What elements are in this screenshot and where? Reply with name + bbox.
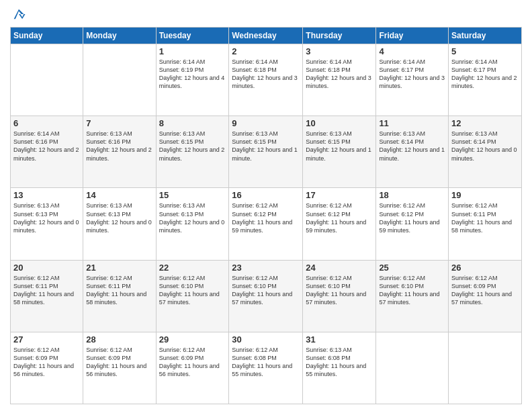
calendar-cell: 22Sunrise: 6:12 AM Sunset: 6:10 PM Dayli… — [156, 260, 229, 332]
calendar-cell: 10Sunrise: 6:13 AM Sunset: 6:15 PM Dayli… — [303, 116, 376, 188]
calendar: SundayMondayTuesdayWednesdayThursdayFrid… — [10, 27, 522, 404]
day-number: 8 — [159, 118, 226, 128]
day-info: Sunrise: 6:13 AM Sunset: 6:13 PM Dayligh… — [13, 201, 80, 234]
day-info: Sunrise: 6:12 AM Sunset: 6:08 PM Dayligh… — [232, 346, 300, 379]
day-number: 31 — [306, 334, 373, 345]
calendar-cell: 5Sunrise: 6:14 AM Sunset: 6:17 PM Daylig… — [449, 44, 522, 116]
day-number: 22 — [159, 263, 226, 273]
calendar-cell: 14Sunrise: 6:13 AM Sunset: 6:13 PM Dayli… — [83, 188, 156, 260]
weekday-header-row: SundayMondayTuesdayWednesdayThursdayFrid… — [11, 28, 522, 44]
day-number: 12 — [451, 118, 519, 128]
calendar-cell: 18Sunrise: 6:12 AM Sunset: 6:12 PM Dayli… — [376, 188, 449, 260]
day-number: 15 — [159, 190, 226, 200]
day-number: 27 — [13, 334, 80, 345]
calendar-cell: 2Sunrise: 6:14 AM Sunset: 6:18 PM Daylig… — [229, 44, 303, 116]
day-info: Sunrise: 6:13 AM Sunset: 6:15 PM Dayligh… — [306, 130, 373, 163]
calendar-cell — [449, 332, 522, 404]
day-number: 30 — [232, 334, 300, 345]
day-info: Sunrise: 6:12 AM Sunset: 6:11 PM Dayligh… — [86, 274, 152, 307]
calendar-cell — [376, 332, 449, 404]
day-number: 18 — [379, 190, 445, 200]
day-info: Sunrise: 6:14 AM Sunset: 6:18 PM Dayligh… — [232, 58, 300, 91]
day-info: Sunrise: 6:12 AM Sunset: 6:10 PM Dayligh… — [379, 274, 445, 307]
calendar-cell: 23Sunrise: 6:12 AM Sunset: 6:10 PM Dayli… — [229, 260, 303, 332]
svg-marker-1 — [19, 14, 26, 19]
calendar-cell: 1Sunrise: 6:14 AM Sunset: 6:19 PM Daylig… — [156, 44, 229, 116]
day-number: 14 — [86, 190, 152, 200]
week-row-1: 1Sunrise: 6:14 AM Sunset: 6:19 PM Daylig… — [11, 44, 522, 116]
calendar-cell: 8Sunrise: 6:13 AM Sunset: 6:15 PM Daylig… — [156, 116, 229, 188]
day-number: 10 — [306, 118, 373, 128]
day-info: Sunrise: 6:12 AM Sunset: 6:09 PM Dayligh… — [86, 346, 152, 379]
day-info: Sunrise: 6:13 AM Sunset: 6:13 PM Dayligh… — [159, 201, 226, 234]
day-number: 13 — [13, 190, 80, 200]
day-info: Sunrise: 6:12 AM Sunset: 6:09 PM Dayligh… — [13, 346, 80, 379]
calendar-cell: 28Sunrise: 6:12 AM Sunset: 6:09 PM Dayli… — [83, 332, 156, 404]
calendar-cell: 7Sunrise: 6:13 AM Sunset: 6:16 PM Daylig… — [83, 116, 156, 188]
calendar-cell: 24Sunrise: 6:12 AM Sunset: 6:10 PM Dayli… — [303, 260, 376, 332]
day-info: Sunrise: 6:12 AM Sunset: 6:11 PM Dayligh… — [451, 201, 519, 234]
day-number: 23 — [232, 263, 300, 273]
calendar-cell: 20Sunrise: 6:12 AM Sunset: 6:11 PM Dayli… — [11, 260, 83, 332]
day-info: Sunrise: 6:13 AM Sunset: 6:16 PM Dayligh… — [86, 130, 152, 163]
calendar-cell: 19Sunrise: 6:12 AM Sunset: 6:11 PM Dayli… — [449, 188, 522, 260]
calendar-cell — [83, 44, 156, 116]
weekday-header-sunday: Sunday — [11, 28, 83, 44]
header — [10, 7, 522, 21]
week-row-5: 27Sunrise: 6:12 AM Sunset: 6:09 PM Dayli… — [11, 332, 522, 404]
day-info: Sunrise: 6:13 AM Sunset: 6:15 PM Dayligh… — [159, 130, 226, 163]
calendar-cell: 3Sunrise: 6:14 AM Sunset: 6:18 PM Daylig… — [303, 44, 376, 116]
day-info: Sunrise: 6:14 AM Sunset: 6:18 PM Dayligh… — [306, 58, 373, 91]
day-info: Sunrise: 6:12 AM Sunset: 6:10 PM Dayligh… — [306, 274, 373, 307]
weekday-header-saturday: Saturday — [449, 28, 522, 44]
weekday-header-thursday: Thursday — [303, 28, 376, 44]
day-info: Sunrise: 6:14 AM Sunset: 6:17 PM Dayligh… — [379, 58, 445, 91]
day-info: Sunrise: 6:12 AM Sunset: 6:10 PM Dayligh… — [159, 274, 226, 307]
day-info: Sunrise: 6:13 AM Sunset: 6:13 PM Dayligh… — [86, 201, 152, 234]
day-info: Sunrise: 6:12 AM Sunset: 6:12 PM Dayligh… — [306, 201, 373, 234]
day-info: Sunrise: 6:12 AM Sunset: 6:11 PM Dayligh… — [13, 274, 80, 307]
weekday-header-tuesday: Tuesday — [156, 28, 229, 44]
calendar-cell: 25Sunrise: 6:12 AM Sunset: 6:10 PM Dayli… — [376, 260, 449, 332]
weekday-header-wednesday: Wednesday — [229, 28, 303, 44]
day-number: 19 — [451, 190, 519, 200]
day-number: 6 — [13, 118, 80, 128]
calendar-cell: 30Sunrise: 6:12 AM Sunset: 6:08 PM Dayli… — [229, 332, 303, 404]
week-row-3: 13Sunrise: 6:13 AM Sunset: 6:13 PM Dayli… — [11, 188, 522, 260]
day-number: 16 — [232, 190, 300, 200]
logo-icon — [11, 7, 26, 21]
calendar-cell: 17Sunrise: 6:12 AM Sunset: 6:12 PM Dayli… — [303, 188, 376, 260]
day-info: Sunrise: 6:12 AM Sunset: 6:12 PM Dayligh… — [379, 201, 445, 234]
calendar-cell: 29Sunrise: 6:12 AM Sunset: 6:09 PM Dayli… — [156, 332, 229, 404]
day-number: 7 — [86, 118, 152, 128]
calendar-cell: 15Sunrise: 6:13 AM Sunset: 6:13 PM Dayli… — [156, 188, 229, 260]
day-number: 25 — [379, 263, 445, 273]
day-number: 1 — [159, 46, 226, 56]
weekday-header-friday: Friday — [376, 28, 449, 44]
day-number: 11 — [379, 118, 445, 128]
calendar-cell: 9Sunrise: 6:13 AM Sunset: 6:15 PM Daylig… — [229, 116, 303, 188]
calendar-cell: 21Sunrise: 6:12 AM Sunset: 6:11 PM Dayli… — [83, 260, 156, 332]
day-number: 3 — [306, 46, 373, 56]
day-info: Sunrise: 6:13 AM Sunset: 6:15 PM Dayligh… — [232, 130, 300, 163]
calendar-cell: 27Sunrise: 6:12 AM Sunset: 6:09 PM Dayli… — [11, 332, 83, 404]
calendar-cell: 4Sunrise: 6:14 AM Sunset: 6:17 PM Daylig… — [376, 44, 449, 116]
calendar-cell: 31Sunrise: 6:13 AM Sunset: 6:08 PM Dayli… — [303, 332, 376, 404]
logo — [10, 7, 26, 21]
day-info: Sunrise: 6:13 AM Sunset: 6:08 PM Dayligh… — [306, 346, 373, 379]
day-info: Sunrise: 6:12 AM Sunset: 6:09 PM Dayligh… — [159, 346, 226, 379]
day-number: 2 — [232, 46, 300, 56]
week-row-2: 6Sunrise: 6:14 AM Sunset: 6:16 PM Daylig… — [11, 116, 522, 188]
calendar-cell: 12Sunrise: 6:13 AM Sunset: 6:14 PM Dayli… — [449, 116, 522, 188]
day-info: Sunrise: 6:14 AM Sunset: 6:16 PM Dayligh… — [13, 130, 80, 163]
week-row-4: 20Sunrise: 6:12 AM Sunset: 6:11 PM Dayli… — [11, 260, 522, 332]
day-info: Sunrise: 6:14 AM Sunset: 6:17 PM Dayligh… — [451, 58, 519, 91]
day-info: Sunrise: 6:12 AM Sunset: 6:12 PM Dayligh… — [232, 201, 300, 234]
page: SundayMondayTuesdayWednesdayThursdayFrid… — [0, 0, 532, 411]
day-info: Sunrise: 6:13 AM Sunset: 6:14 PM Dayligh… — [451, 130, 519, 163]
day-number: 28 — [86, 334, 152, 345]
day-number: 17 — [306, 190, 373, 200]
calendar-cell: 11Sunrise: 6:13 AM Sunset: 6:14 PM Dayli… — [376, 116, 449, 188]
day-number: 21 — [86, 263, 152, 273]
day-info: Sunrise: 6:12 AM Sunset: 6:10 PM Dayligh… — [232, 274, 300, 307]
